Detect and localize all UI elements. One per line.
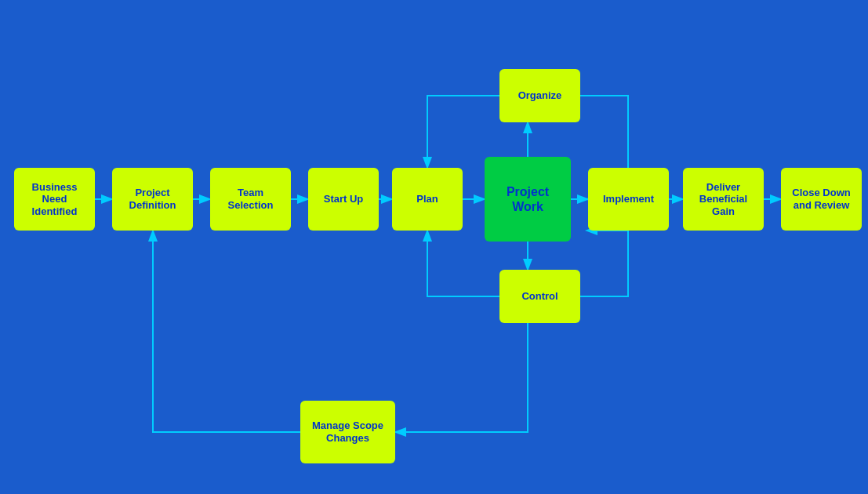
control-node: Control xyxy=(499,270,580,323)
control-label: Control xyxy=(521,290,557,303)
project-def-label: Project Definition xyxy=(117,187,188,211)
organize-label: Organize xyxy=(518,89,562,102)
close-label: Close Down and Review xyxy=(786,187,857,211)
team-sel-label: Team Selection xyxy=(215,187,286,211)
team-sel-node: Team Selection xyxy=(210,168,291,231)
implement-label: Implement xyxy=(603,193,654,205)
plan-node: Plan xyxy=(392,168,463,231)
project-def-node: Project Definition xyxy=(112,168,193,231)
plan-label: Plan xyxy=(416,193,438,205)
manage-scope-node: Manage Scope Changes xyxy=(300,401,395,463)
organize-node: Organize xyxy=(499,69,580,122)
start-up-node: Start Up xyxy=(308,168,379,231)
implement-node: Implement xyxy=(588,168,669,231)
close-node: Close Down and Review xyxy=(781,168,862,231)
business-need-node: Business Need Identified xyxy=(14,168,95,231)
manage-scope-label: Manage Scope Changes xyxy=(305,420,390,444)
project-work-node: Project Work xyxy=(485,157,571,242)
start-up-label: Start Up xyxy=(324,193,364,205)
project-work-label: Project Work xyxy=(489,184,566,214)
deliver-label: Deliver Beneficial Gain xyxy=(688,181,759,218)
deliver-node: Deliver Beneficial Gain xyxy=(683,168,764,231)
business-need-label: Business Need Identified xyxy=(19,181,90,218)
